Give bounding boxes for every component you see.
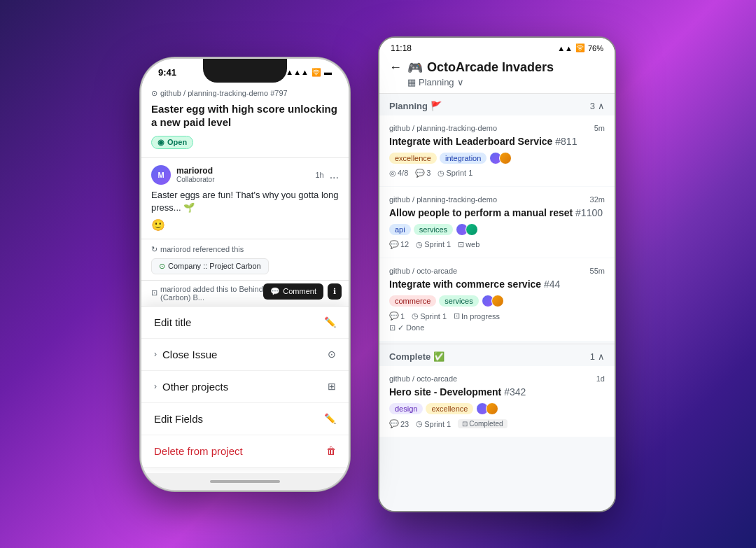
other-projects-label: Other projects — [162, 381, 228, 393]
referenced-section: ↻ mariorod referenced this ⊙ Company :: … — [141, 239, 349, 281]
menu-item-other-projects[interactable]: › Other projects ⊞ — [141, 371, 349, 403]
tag-api: api — [389, 224, 411, 235]
comment-meta-icon-2: 💬 — [389, 240, 399, 249]
planning-table-icon: ▦ — [407, 77, 416, 87]
avatar-2 — [499, 152, 512, 164]
close-issue-label: Close Issue — [162, 349, 217, 360]
issue-meta-342: 💬 23 ◷ Sprint 1 ⊡ Completed — [389, 419, 605, 428]
tag-excellence-2: excellence — [426, 403, 473, 414]
collapse-icon-planning[interactable]: ∧ — [598, 101, 605, 111]
planning-chevron-icon: ∨ — [457, 77, 464, 87]
commenter-avatar: M — [151, 165, 171, 185]
tags-row-1100: api services — [389, 223, 605, 236]
chevron-close-icon: › — [154, 349, 157, 359]
sprint-icon-4: ◷ — [416, 419, 423, 428]
menu-item-edit-title[interactable]: Edit title ✏️ — [141, 307, 349, 339]
checklist-icon: ◎ — [389, 169, 396, 178]
android-status-icons: ▲▲ 🛜 76% — [557, 43, 603, 52]
complete-section: Complete ✅ 1 ∧ github / octo-arcade 1d — [379, 344, 615, 437]
comment-time: 1h — [315, 171, 323, 179]
web-meta: ⊡ web — [458, 240, 479, 249]
collapse-icon-complete[interactable]: ∧ — [598, 351, 605, 362]
added-icon: ⊡ — [151, 288, 158, 297]
avatar-group-1100 — [456, 223, 478, 236]
back-button[interactable]: ← — [389, 60, 402, 75]
open-icon: ◉ — [158, 138, 164, 147]
completed-icon: ⊡ — [462, 420, 468, 428]
delete-label: Delete from project — [154, 445, 243, 457]
comment-role: Collaborator — [176, 176, 309, 183]
more-options-icon[interactable]: ... — [330, 169, 339, 181]
complete-emoji-icon: ✅ — [433, 351, 444, 362]
avatar-4 — [465, 223, 478, 236]
tags-row-342: design excellence — [389, 402, 605, 415]
menu-item-delete[interactable]: Delete from project 🗑 — [141, 435, 349, 468]
planning-count: 3 ∧ — [590, 101, 605, 111]
project-badge[interactable]: ⊙ Company :: Project Carbon — [151, 258, 269, 274]
avatar-6 — [491, 295, 504, 307]
project-icon: ⊙ — [159, 262, 165, 271]
repo-label: ⊙ github / planning-tracking-demo #797 — [151, 89, 339, 98]
status-meta: ⊡ In progress — [454, 311, 500, 321]
tags-row-44: commerce services — [389, 295, 605, 307]
github-icon: ⊙ — [151, 89, 158, 98]
avatar-group-342 — [476, 402, 498, 415]
added-section: ⊡ mariorod added this to Behind in App R… — [141, 281, 349, 306]
iphone-screen: ⊙ github / planning-tracking-demo #797 E… — [141, 80, 349, 473]
tag-services-1: services — [414, 224, 453, 235]
edit-title-label: Edit title — [154, 316, 191, 328]
issue-card-342[interactable]: github / octo-arcade 1d Hero site - Deve… — [379, 366, 615, 437]
android-time: 11:18 — [391, 43, 412, 53]
sprint-meta-1: ◷ Sprint 1 — [438, 169, 472, 178]
android-battery-icon: ▲▲ — [557, 44, 573, 52]
tag-integration: integration — [440, 153, 486, 164]
info-button[interactable]: ℹ — [328, 283, 342, 300]
issue-title-811: Integrate with Leaderboard Service #811 — [389, 135, 605, 148]
web-icon: ⊡ — [458, 240, 464, 249]
comment-meta-4: 💬 23 — [389, 419, 409, 428]
octoarcade-emoji-icon: 🎮 — [407, 60, 423, 76]
pencil-icon-1: ✏️ — [324, 316, 336, 328]
menu-item-close-issue[interactable]: › Close Issue ⊙ — [141, 339, 349, 371]
sprint-meta-4: ◷ Sprint 1 — [416, 419, 451, 428]
sprint-icon-3: ◷ — [412, 311, 419, 321]
issue-repo-3: github / octo-arcade 55m — [389, 267, 605, 275]
planning-section-title: Planning 🚩 — [389, 101, 442, 111]
issue-card-44[interactable]: github / octo-arcade 55m Integrate with … — [379, 258, 615, 341]
ref-row: ↻ mariorod referenced this — [151, 245, 339, 254]
avatar-group-44 — [482, 295, 504, 307]
issue-repo-1: github / planning-tracking-demo 5m — [389, 124, 605, 132]
signal-icon: ▲▲▲ — [286, 68, 309, 76]
home-bar — [210, 480, 280, 483]
android-title-row: ← 🎮 OctoArcade Invaders — [389, 60, 605, 76]
checkmark-icon: ⊙ — [328, 349, 336, 360]
android-header: ← 🎮 OctoArcade Invaders ▦ Planning ∨ — [379, 55, 615, 94]
issue-repo-4: github / octo-arcade 1d — [389, 374, 605, 383]
menu-item-edit-fields[interactable]: Edit Fields ✏️ — [141, 403, 349, 435]
sprint-icon-1: ◷ — [438, 169, 444, 178]
sprint-meta-3: ◷ Sprint 1 — [412, 311, 447, 321]
trash-icon: 🗑 — [326, 445, 336, 456]
tag-commerce: commerce — [389, 295, 436, 307]
sprint-icon-2: ◷ — [416, 240, 423, 249]
issue-card-811[interactable]: github / planning-tracking-demo 5m Integ… — [379, 115, 615, 186]
edit-fields-label: Edit Fields — [154, 413, 203, 425]
iphone-notch — [203, 59, 287, 83]
complete-section-header: Complete ✅ 1 ∧ — [379, 344, 615, 366]
emoji-reaction-icon[interactable]: 🙂 — [151, 218, 339, 232]
checklist-meta: ◎ 4/8 — [389, 169, 408, 178]
action-buttons: 💬 Comment ℹ — [263, 283, 342, 300]
issue-card-1100[interactable]: github / planning-tracking-demo 32m Allo… — [379, 187, 615, 258]
projects-grid-icon: ⊞ — [328, 381, 336, 392]
battery-icon: ▬ — [324, 68, 332, 76]
comment-button[interactable]: 💬 Comment — [263, 283, 323, 300]
planning-flag-icon: 🚩 — [430, 101, 442, 111]
done-badge: ⊡ ✓ Done — [389, 323, 605, 332]
comment-body: Easter eggs are fun! That's why you gott… — [151, 189, 339, 214]
wifi-icon: 🛜 — [312, 68, 321, 77]
complete-count: 1 ∧ — [590, 351, 605, 362]
issue-title: Easter egg with high score unlocking a n… — [151, 102, 339, 129]
completed-meta: ⊡ Completed — [458, 419, 507, 428]
avatar-group-811 — [489, 152, 512, 164]
open-badge: ◉ Open — [151, 136, 193, 149]
